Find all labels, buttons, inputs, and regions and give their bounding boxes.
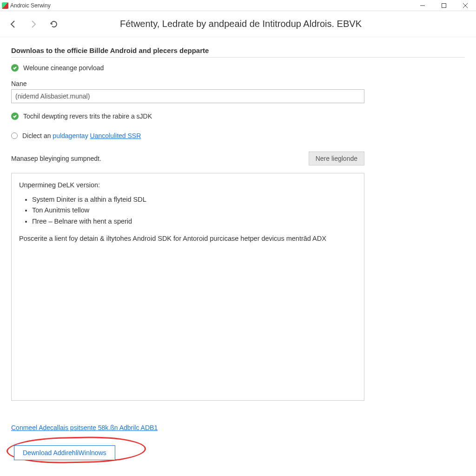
footer-link[interactable]: Conmeel Adecallais psitsente 58k.ßn Adbr…	[11, 424, 158, 431]
download-button[interactable]: Dewnload AddirehliWinlnows	[14, 445, 115, 460]
svg-rect-1	[442, 3, 446, 7]
check-label-1: Weloune cineange porvload	[23, 64, 104, 72]
info-footer-text: Poscerite a lient foy detain & iltytohes…	[19, 233, 357, 244]
name-field-label: Nane	[11, 80, 465, 87]
name-field[interactable]	[11, 89, 364, 103]
manage-label: Manasep bleyinging sumpnedt.	[11, 155, 101, 162]
page-heading: Fétwenty, Ledrate by andpeaid de Intitro…	[67, 19, 470, 29]
manage-button[interactable]: Nere lieglonde	[309, 152, 364, 165]
list-item: System Diniter is a althin a flyteid SDL	[32, 194, 357, 205]
arrow-left-icon	[8, 20, 18, 29]
radio-label: Diclect an puldagentay Uancolulited SSR	[22, 132, 141, 139]
check-label-2: Tochil dewpting revers trits the rabire …	[23, 112, 152, 120]
app-icon	[2, 2, 8, 9]
forward-button[interactable]	[26, 17, 41, 32]
check-circle-icon	[11, 64, 19, 72]
window-title: Androic Serwiny	[10, 2, 51, 9]
radio-text-prefix: Diclect an	[22, 132, 53, 139]
close-icon	[463, 3, 468, 8]
arrow-right-icon	[29, 20, 38, 29]
close-button[interactable]	[455, 0, 476, 11]
minimize-icon	[420, 3, 425, 8]
refresh-button[interactable]	[46, 17, 61, 32]
radio-unchecked-icon[interactable]	[11, 132, 18, 139]
section-title: Downloas to the officie Billde Android a…	[11, 46, 465, 58]
radio-link-1[interactable]: puldagentay	[53, 132, 90, 139]
minimize-button[interactable]	[412, 0, 433, 11]
refresh-icon	[50, 20, 58, 28]
maximize-button[interactable]	[433, 0, 455, 11]
list-item: Пree – Belnare with hent a sperid	[32, 216, 357, 227]
check-circle-icon	[11, 112, 19, 120]
info-panel: Unpermineg DeLK version: System Diniter …	[11, 173, 364, 401]
list-item: Ton Aunitmis tellow	[32, 205, 357, 216]
back-button[interactable]	[6, 17, 20, 32]
radio-link-2[interactable]: Uancolulited SSR	[90, 132, 141, 139]
maximize-icon	[442, 3, 446, 8]
info-heading: Unpermineg DeLK version:	[19, 180, 357, 191]
